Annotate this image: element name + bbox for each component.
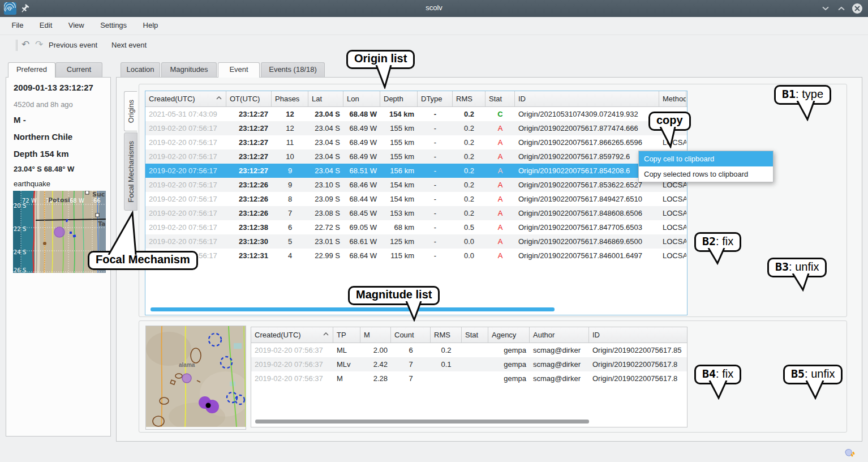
previous-event-icon[interactable]: ↶: [22, 38, 29, 50]
magnitude-table-hscrollbar[interactable]: [255, 420, 589, 424]
cell-lat: 23.09 S: [308, 192, 343, 206]
cell-phases: 12: [272, 121, 308, 135]
column-header-lat[interactable]: Lat: [308, 91, 343, 106]
origin-row[interactable]: 2019-02-20 07:56:1723:12:30523.01 S68.61…: [145, 234, 687, 249]
origin-row[interactable]: 2019-02-20 07:56:1723:12:26823.09 S68.44…: [145, 192, 687, 206]
column-header-depth[interactable]: Depth: [380, 91, 418, 106]
toolbar-grip[interactable]: [16, 40, 18, 51]
origin-row[interactable]: 2019-02-20 07:56:1723:12:26723.08 S68.45…: [145, 206, 687, 220]
cell-m: 2.28: [360, 371, 391, 386]
tab-event[interactable]: Event: [218, 62, 260, 78]
cell-ot: 23:12:26: [226, 206, 272, 220]
cell-dtype: -: [418, 234, 453, 249]
map-lat-label: 20 S: [14, 203, 26, 209]
origin-table-header: Created(UTC)OT(UTC)PhasesLatLonDepthDTyp…: [145, 91, 687, 107]
tab-events[interactable]: Events (18/18): [261, 62, 325, 77]
callout-b2-fix: B2: fix: [694, 232, 741, 252]
origin-row[interactable]: 2019-02-20 07:56:1723:12:26923.10 S68.46…: [145, 178, 687, 192]
cell-stat: [462, 343, 488, 357]
magnitude-map[interactable]: alama: [145, 326, 246, 430]
column-header-tp[interactable]: TP: [333, 327, 360, 343]
origin-row[interactable]: 2019-02-20 07:56:1723:12:271123.04 S68.4…: [145, 135, 687, 149]
column-header-count[interactable]: Count: [391, 327, 431, 343]
cell-created: 2019-02-20 07:56:17: [145, 220, 226, 234]
close-button[interactable]: [851, 3, 863, 14]
cell-rms: 0.2: [453, 121, 485, 135]
event-depth: Depth 154 km: [14, 149, 69, 159]
magnitude-row[interactable]: 2019-02-20 07:56:37M2.287gempascmag@dirk…: [251, 371, 687, 386]
cell-id: Origin/20190220075617.847705.6503: [515, 220, 659, 234]
column-header-m[interactable]: M: [360, 327, 391, 343]
column-header-stat[interactable]: Stat: [462, 327, 488, 343]
column-header-dtype[interactable]: DType: [418, 91, 453, 106]
origin-row[interactable]: 2019-02-20 07:56:1723:12:27923.04 S68.51…: [145, 164, 687, 178]
cell-rms: 0.0: [453, 234, 485, 249]
column-header-rms[interactable]: RMS: [431, 327, 462, 343]
column-header-created-utc-[interactable]: Created(UTC): [251, 327, 333, 343]
tab-current[interactable]: Current: [55, 62, 102, 77]
minimize-button[interactable]: [819, 3, 832, 14]
cell-stat: A: [485, 220, 515, 234]
cell-lon: 68.64 W: [343, 249, 380, 263]
column-header-created-utc-[interactable]: Created(UTC): [145, 91, 226, 106]
origin-row[interactable]: 2019-02-20 07:56:1723:12:38622.72 S69.05…: [145, 220, 687, 234]
origin-table-hscrollbar[interactable]: [151, 307, 555, 311]
cell-depth: 115 km: [380, 249, 418, 263]
menu-settings[interactable]: Settings: [93, 17, 134, 33]
menu-file[interactable]: File: [5, 17, 30, 33]
menu-help[interactable]: Help: [136, 17, 165, 33]
magnitude-row[interactable]: 2019-02-20 07:56:37ML2.0060.2gempascmag@…: [251, 343, 687, 357]
origin-row[interactable]: 2021-05-31 07:43:0923:12:271223.04 S68.4…: [145, 107, 687, 121]
svg-text:66: 66: [93, 198, 101, 204]
menu-edit[interactable]: Edit: [33, 17, 59, 33]
menu-view[interactable]: View: [62, 17, 91, 33]
side-tab-focal-mechanisms[interactable]: Focal Mechanisms: [124, 132, 137, 211]
cell-stat: A: [485, 206, 515, 220]
cell-rms: 0.1: [431, 357, 462, 371]
cell-lat: 23.04 S: [308, 149, 343, 164]
previous-event-button[interactable]: Previous event: [49, 41, 97, 49]
column-header-id[interactable]: ID: [515, 91, 659, 106]
menu-item-copy-rows[interactable]: Copy selected rows to clipboard: [639, 166, 773, 182]
origin-list-table: Created(UTC)OT(UTC)PhasesLatLonDepthDTyp…: [145, 91, 687, 315]
cell-lon: 68.45 W: [343, 206, 380, 220]
cell-count: 7: [391, 371, 431, 386]
origin-row[interactable]: 2019-02-20 07:56:1723:12:31422.99 S68.64…: [145, 249, 687, 263]
cell-stat: A: [485, 192, 515, 206]
tab-magnitudes[interactable]: Magnitudes: [161, 62, 217, 77]
column-header-rms[interactable]: RMS: [453, 91, 485, 106]
next-event-button[interactable]: Next event: [111, 41, 147, 49]
callout-b3-unfix: B3: unfix: [767, 258, 827, 277]
column-header-phases[interactable]: Phases: [272, 91, 308, 106]
magnitude-row[interactable]: 2019-02-20 07:56:37MLv2.4270.1gempascmag…: [251, 357, 687, 371]
menu-item-copy-cell[interactable]: Copy cell to clipboard: [639, 151, 773, 166]
map-city-calama: alama: [179, 362, 195, 368]
tab-location[interactable]: Location: [121, 62, 160, 77]
cell-depth: 154 km: [380, 178, 418, 192]
svg-text:22 S: 22 S: [14, 226, 26, 232]
cell-id: Origin/20190220075617.849427.6510: [515, 192, 659, 206]
cell-lon: 68.51 W: [343, 164, 380, 178]
column-header-stat[interactable]: Stat: [485, 91, 515, 106]
cell-created: 2019-02-20 07:56:17: [145, 234, 226, 249]
tab-preferred[interactable]: Preferred: [8, 62, 55, 78]
column-header-method[interactable]: Method: [659, 91, 686, 106]
next-event-icon[interactable]: ↷: [35, 38, 43, 50]
origin-row[interactable]: 2019-02-20 07:56:1723:12:271023.04 S68.4…: [145, 149, 687, 164]
origin-row[interactable]: 2019-02-20 07:56:1723:12:271223.04 S68.4…: [145, 121, 687, 135]
maximize-button[interactable]: [835, 3, 848, 14]
callout-b4-fix: B4: fix: [694, 365, 741, 384]
column-header-ot-utc-[interactable]: OT(UTC): [226, 91, 272, 106]
cell-ot: 23:12:26: [226, 192, 272, 206]
database-connection-icon[interactable]: [844, 447, 855, 459]
cell-tp: M: [333, 371, 360, 386]
cell-stat: A: [485, 135, 515, 149]
column-header-agency[interactable]: Agency: [488, 327, 530, 343]
cell-depth: 154 km: [380, 107, 418, 121]
column-header-author[interactable]: Author: [530, 327, 589, 343]
magnitude-list-table: Created(UTC)TPMCountRMSStatAgencyAuthorI…: [251, 327, 687, 427]
column-header-lon[interactable]: Lon: [343, 91, 380, 106]
column-header-id[interactable]: ID: [589, 327, 687, 343]
cell-created: 2019-02-20 07:56:17: [145, 192, 226, 206]
side-tab-origins[interactable]: Origins: [124, 91, 137, 131]
